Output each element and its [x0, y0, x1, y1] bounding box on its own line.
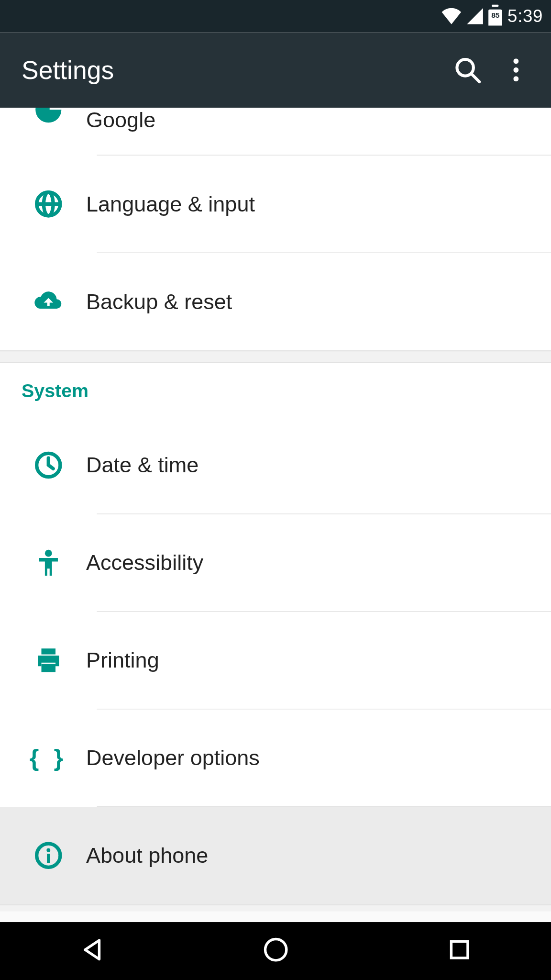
page-title: Settings — [11, 56, 443, 84]
row-accessibility[interactable]: Accessibility — [0, 514, 551, 612]
row-label: Printing — [86, 648, 551, 673]
svg-point-15 — [265, 939, 286, 960]
info-icon — [34, 841, 63, 869]
row-date-time[interactable]: Date & time — [0, 417, 551, 514]
row-label: About phone — [86, 843, 551, 868]
navigation-bar — [0, 922, 551, 980]
settings-list[interactable]: Google Language & input Backup & reset S… — [0, 108, 551, 922]
accessibility-icon — [34, 548, 63, 577]
row-about-phone[interactable]: About phone — [0, 807, 551, 904]
nav-home[interactable] — [261, 935, 289, 967]
nav-recent[interactable] — [445, 935, 473, 967]
app-bar: Settings — [0, 33, 551, 108]
svg-point-13 — [46, 848, 50, 852]
recent-icon — [445, 935, 473, 964]
row-label: Backup & reset — [86, 289, 551, 314]
search-icon — [453, 56, 482, 84]
svg-rect-10 — [42, 648, 56, 654]
row-label: Accessibility — [86, 550, 551, 575]
svg-line-1 — [471, 74, 479, 82]
svg-point-9 — [45, 550, 52, 557]
row-printing[interactable]: Printing — [0, 612, 551, 709]
row-backup-reset[interactable]: Backup & reset — [0, 253, 551, 350]
phone-screen: 85 5:39 Settings Google — [0, 0, 551, 980]
wifi-icon — [441, 8, 462, 24]
printer-icon — [34, 646, 63, 674]
cellular-icon — [467, 8, 484, 24]
svg-rect-14 — [47, 854, 50, 863]
more-vert-icon — [513, 58, 518, 81]
braces-icon: { } — [30, 744, 67, 772]
svg-rect-16 — [451, 941, 467, 958]
home-icon — [261, 935, 289, 964]
nav-back[interactable] — [77, 935, 106, 967]
google-icon — [34, 108, 63, 124]
clock: 5:39 — [507, 6, 543, 27]
back-icon — [77, 935, 106, 964]
svg-point-4 — [513, 76, 518, 81]
battery-icon: 85 — [489, 7, 502, 25]
svg-point-2 — [513, 58, 518, 64]
clock-icon — [34, 451, 63, 479]
section-system: System Date & time Accessibility Prin — [0, 363, 551, 904]
search-button[interactable] — [443, 46, 492, 94]
row-language-input[interactable]: Language & input — [0, 156, 551, 253]
row-google[interactable]: Google — [0, 108, 551, 155]
status-bar: 85 5:39 — [0, 0, 551, 33]
section-header-system: System — [0, 363, 551, 417]
svg-point-3 — [513, 67, 518, 73]
svg-rect-11 — [42, 664, 56, 672]
row-label: Language & input — [86, 191, 551, 216]
row-label: Google — [86, 108, 551, 133]
globe-icon — [34, 190, 63, 218]
overflow-button[interactable] — [492, 46, 540, 94]
cloud-upload-icon — [34, 288, 63, 316]
row-label: Date & time — [86, 453, 551, 478]
battery-level: 85 — [489, 11, 502, 19]
row-developer-options[interactable]: { } Developer options — [0, 710, 551, 807]
section-personal: Google Language & input Backup & reset — [0, 108, 551, 351]
row-label: Developer options — [86, 746, 551, 770]
